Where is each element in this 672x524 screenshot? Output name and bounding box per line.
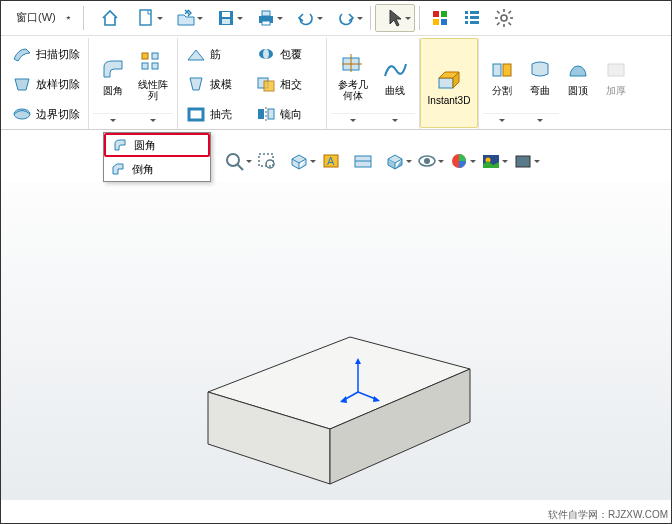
view-toolbar: A (220, 148, 538, 174)
svg-rect-35 (189, 109, 203, 120)
direct-edit-group: 分割 弯曲 圆顶 加厚 (479, 38, 639, 129)
instant3d-button[interactable]: Instant3D (420, 38, 478, 128)
pattern-dropdown[interactable] (133, 113, 173, 129)
popup-fillet-label: 圆角 (134, 138, 156, 153)
svg-rect-0 (140, 10, 151, 25)
popup-fillet-item[interactable]: 圆角 (104, 133, 210, 157)
fillet-popup-menu: 圆角 倒角 (103, 132, 211, 182)
fillet-label: 圆角 (103, 85, 123, 96)
separator (370, 6, 371, 30)
window-menu[interactable]: 窗口(W) (6, 8, 66, 27)
svg-rect-44 (503, 64, 511, 76)
boundary-cut-button[interactable]: 边界切除 (8, 100, 84, 128)
ref-geometry-dropdown[interactable] (331, 113, 375, 129)
dynamic-annotation-button[interactable] (348, 148, 378, 174)
split-label: 分割 (492, 85, 512, 96)
svg-rect-11 (465, 11, 468, 14)
popup-chamfer-item[interactable]: 倒角 (104, 157, 210, 181)
thicken-icon (602, 55, 630, 83)
svg-rect-28 (152, 53, 158, 59)
flex-button[interactable]: 弯曲 (521, 38, 559, 108)
ref-geometry-button[interactable]: 参考几 何体 (331, 38, 375, 108)
new-button[interactable] (126, 4, 166, 32)
svg-rect-8 (441, 11, 447, 17)
color-button[interactable] (424, 4, 456, 32)
draft-button[interactable]: 拔模 (182, 70, 252, 98)
svg-rect-42 (439, 78, 453, 88)
hide-show-button[interactable] (412, 148, 442, 174)
feature-group: 筋 包覆 拔模 相交 抽壳 镜向 (178, 38, 327, 129)
sweep-cut-button[interactable]: 扫描切除 (8, 40, 84, 68)
wrap-button[interactable]: 包覆 (252, 40, 322, 68)
svg-rect-43 (493, 64, 501, 76)
dome-button[interactable]: 圆顶 (559, 38, 597, 108)
fillet-dropdown[interactable] (93, 113, 133, 129)
flex-dropdown[interactable] (521, 113, 559, 129)
shell-button[interactable]: 抽壳 (182, 100, 252, 128)
split-icon (488, 55, 516, 83)
mirror-button[interactable]: 镜向 (252, 100, 322, 128)
display-style-button[interactable] (380, 148, 410, 174)
scene-button[interactable] (476, 148, 506, 174)
ref-geometry-icon (339, 49, 367, 77)
fillet-icon (99, 55, 127, 83)
svg-point-55 (424, 158, 430, 164)
graphics-area[interactable] (0, 182, 672, 500)
popup-chamfer-label: 倒角 (132, 162, 154, 177)
svg-rect-15 (465, 21, 468, 24)
instant3d-icon (435, 65, 463, 93)
menu-dropdown-icon[interactable]: ⭑ (66, 11, 71, 24)
intersect-button[interactable]: 相交 (252, 70, 322, 98)
print-button[interactable] (246, 4, 286, 32)
view-orientation-button[interactable] (284, 148, 314, 174)
zoom-fit-button[interactable] (220, 148, 250, 174)
redo-button[interactable] (326, 4, 366, 32)
curves-dropdown[interactable] (375, 113, 415, 129)
linear-pattern-button[interactable]: 线性阵 列 (133, 38, 173, 108)
render-button[interactable] (508, 148, 538, 174)
svg-rect-10 (441, 19, 447, 25)
open-button[interactable] (166, 4, 206, 32)
instant3d-group: Instant3D (420, 38, 479, 129)
loft-cut-label: 放样切除 (36, 77, 80, 92)
svg-rect-16 (470, 21, 479, 24)
fillet-small-icon (112, 137, 128, 153)
boundary-cut-label: 边界切除 (36, 107, 80, 122)
svg-rect-7 (433, 11, 439, 17)
svg-line-47 (237, 164, 243, 170)
instant3d-label: Instant3D (428, 95, 471, 106)
mirror-icon (256, 104, 276, 124)
svg-line-24 (497, 22, 500, 25)
save-button[interactable] (206, 4, 246, 32)
svg-line-25 (508, 11, 511, 14)
intersect-icon (256, 74, 276, 94)
shell-label: 抽壳 (210, 107, 232, 122)
settings-button[interactable] (488, 4, 520, 32)
reference-group: 参考几 何体 曲线 (327, 38, 420, 129)
split-button[interactable]: 分割 (483, 38, 521, 108)
boundary-cut-icon (12, 104, 32, 124)
chamfer-small-icon (110, 161, 126, 177)
select-tool[interactable] (375, 4, 415, 32)
loft-cut-button[interactable]: 放样切除 (8, 70, 84, 98)
home-button[interactable] (94, 4, 126, 32)
section-view-button[interactable]: A (316, 148, 346, 174)
fillet-group: 圆角 线性阵 列 (89, 38, 178, 129)
svg-rect-3 (222, 19, 230, 24)
rib-label: 筋 (210, 47, 221, 62)
separator (83, 6, 84, 30)
list-button[interactable] (456, 4, 488, 32)
fillet-button[interactable]: 圆角 (93, 38, 133, 108)
mirror-label: 镜向 (280, 107, 302, 122)
sweep-cut-icon (12, 44, 32, 64)
appearance-button[interactable] (444, 148, 474, 174)
sweep-cut-label: 扫描切除 (36, 47, 80, 62)
svg-rect-36 (258, 109, 264, 119)
zoom-area-button[interactable] (252, 148, 282, 174)
split-dropdown[interactable] (483, 113, 521, 129)
rib-button[interactable]: 筋 (182, 40, 252, 68)
undo-button[interactable] (286, 4, 326, 32)
pattern-label: 线性阵 列 (138, 79, 168, 101)
curves-button[interactable]: 曲线 (375, 38, 415, 108)
thicken-label: 加厚 (606, 85, 626, 96)
